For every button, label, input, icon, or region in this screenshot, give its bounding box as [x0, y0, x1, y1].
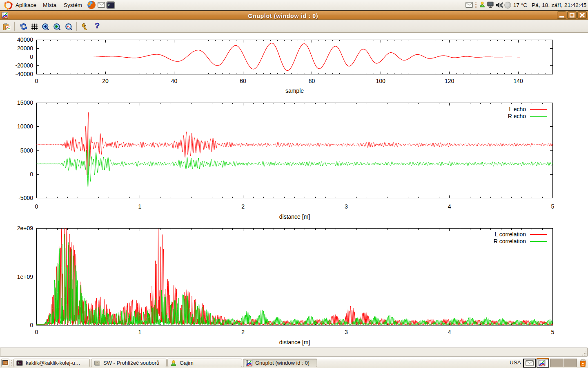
- svg-text:4: 4: [448, 329, 451, 335]
- svg-text:0: 0: [30, 322, 33, 328]
- svg-text:20: 20: [102, 78, 109, 84]
- svg-text:2e+09: 2e+09: [17, 225, 33, 231]
- svg-text:0: 0: [30, 171, 33, 177]
- svg-text:-5000: -5000: [18, 195, 33, 201]
- svg-text:40000: 40000: [17, 36, 33, 43]
- svg-text:100: 100: [376, 78, 386, 84]
- svg-text:120: 120: [445, 78, 454, 84]
- svg-text:1e+09: 1e+09: [17, 274, 33, 280]
- svg-text:0: 0: [35, 329, 38, 335]
- svg-text:0: 0: [35, 78, 38, 84]
- svg-text:4: 4: [448, 203, 451, 210]
- svg-text:3: 3: [345, 203, 348, 210]
- svg-text:0: 0: [30, 54, 33, 60]
- svg-text:sample: sample: [285, 88, 304, 94]
- svg-text:R correlation: R correlation: [494, 238, 526, 245]
- svg-text:-40000: -40000: [15, 71, 33, 77]
- svg-text:5000: 5000: [20, 147, 33, 154]
- svg-text:1: 1: [138, 203, 141, 210]
- svg-text:3: 3: [345, 329, 348, 335]
- svg-text:140: 140: [514, 78, 523, 84]
- svg-text:15000: 15000: [17, 99, 33, 106]
- svg-text:1: 1: [138, 329, 141, 335]
- svg-text:2: 2: [241, 203, 245, 210]
- svg-text:10000: 10000: [17, 123, 33, 130]
- svg-text:L correlation: L correlation: [494, 231, 526, 238]
- svg-text:?: ?: [95, 22, 100, 30]
- svg-text:0: 0: [35, 203, 38, 210]
- svg-text:5: 5: [551, 329, 555, 335]
- svg-text:80: 80: [309, 78, 315, 84]
- svg-text:distance [m]: distance [m]: [279, 213, 310, 220]
- svg-text:40: 40: [171, 78, 178, 84]
- svg-text:-20000: -20000: [15, 62, 33, 69]
- svg-text:R echo: R echo: [508, 113, 526, 119]
- svg-text:2: 2: [241, 329, 245, 335]
- svg-text:60: 60: [240, 78, 246, 84]
- svg-text:5: 5: [551, 203, 555, 210]
- svg-text:20000: 20000: [17, 45, 33, 52]
- svg-text:distance [m]: distance [m]: [279, 339, 310, 346]
- svg-text:L echo: L echo: [509, 106, 526, 112]
